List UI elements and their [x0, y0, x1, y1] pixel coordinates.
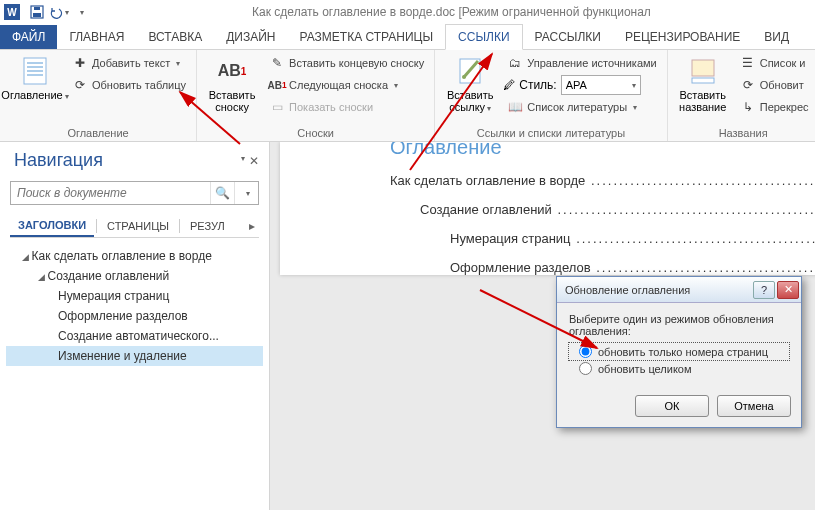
tab-file[interactable]: ФАЙЛ: [0, 25, 57, 49]
toc-line-2[interactable]: Создание оглавлений: [390, 202, 815, 217]
update-captions-button[interactable]: ⟳ Обновит: [736, 75, 813, 95]
next-footnote-button[interactable]: AB1 Следующая сноска▾: [265, 75, 428, 95]
nav-options-caret[interactable]: ▾: [241, 154, 245, 168]
group-toc: Оглавление▾ ✚ Добавить текст▾ ⟳ Обновить…: [0, 50, 197, 141]
bibliography-button[interactable]: 📖 Список литературы▾: [503, 97, 660, 117]
nav-item-izmenenie[interactable]: Изменение и удаление: [6, 346, 263, 366]
search-input[interactable]: [11, 182, 210, 204]
insert-citation-button[interactable]: Вставить ссылку▾: [441, 53, 499, 116]
nav-item-sozdanie[interactable]: Создание оглавлений: [6, 266, 263, 286]
show-notes-button[interactable]: ▭ Показать сноски: [265, 97, 428, 117]
nav-item-root[interactable]: Как сделать оглавление в ворде: [6, 246, 263, 266]
svg-rect-11: [692, 78, 714, 83]
show-notes-icon: ▭: [269, 99, 285, 115]
update-table-button[interactable]: ⟳ Обновить таблицу: [68, 75, 190, 95]
add-text-icon: ✚: [72, 55, 88, 71]
tab-design[interactable]: ДИЗАЙН: [214, 25, 287, 49]
search-button[interactable]: 🔍: [210, 182, 234, 204]
window-title: Как сделать оглавление в ворде.doc [Режи…: [92, 5, 811, 19]
endnote-icon: ✎: [269, 55, 285, 71]
ribbon: Оглавление▾ ✚ Добавить текст▾ ⟳ Обновить…: [0, 50, 815, 142]
svg-rect-1: [33, 13, 41, 17]
group-toc-label: Оглавление: [6, 125, 190, 141]
citation-icon: [454, 55, 486, 87]
doc-heading-oglavlenie: Оглавление: [390, 142, 815, 159]
group-captions: Вставить название ☰ Список и ⟳ Обновит ↳…: [668, 50, 815, 141]
nav-tab-results[interactable]: РЕЗУЛ: [182, 216, 233, 236]
dialog-titlebar[interactable]: Обновление оглавления ? ✕: [557, 277, 801, 303]
list-icon: ☰: [740, 55, 756, 71]
tab-mailings[interactable]: РАССЫЛКИ: [523, 25, 613, 49]
tab-insert[interactable]: ВСТАВКА: [136, 25, 214, 49]
toc-icon: [19, 55, 51, 87]
footnote-icon: AB1: [216, 55, 248, 87]
add-text-button[interactable]: ✚ Добавить текст▾: [68, 53, 190, 73]
nav-search: 🔍 ▾: [10, 181, 259, 205]
dialog-ok-button[interactable]: ОК: [635, 395, 709, 417]
title-bar: W ▾ ▾ Как сделать оглавление в ворде.doc…: [0, 0, 815, 24]
citation-style-select[interactable]: APA▾: [561, 75, 641, 95]
toc-line-1[interactable]: Как сделать оглавление в ворде: [390, 173, 815, 188]
save-button[interactable]: [26, 1, 48, 23]
navigation-pane: Навигация ▾ ✕ 🔍 ▾ ЗАГОЛОВКИ СТРАНИЦЫ РЕЗ…: [0, 142, 270, 510]
nav-close-button[interactable]: ✕: [249, 154, 259, 168]
sources-icon: 🗂: [507, 55, 523, 71]
nav-item-oformlenie[interactable]: Оформление разделов: [6, 306, 263, 326]
svg-point-9: [462, 75, 466, 79]
ribbon-tabs: ФАЙЛ ГЛАВНАЯ ВСТАВКА ДИЗАЙН РАЗМЕТКА СТР…: [0, 24, 815, 50]
tab-home[interactable]: ГЛАВНАЯ: [57, 25, 136, 49]
tab-review[interactable]: РЕЦЕНЗИРОВАНИЕ: [613, 25, 752, 49]
svg-rect-10: [692, 60, 714, 76]
undo-dropdown-caret[interactable]: ▾: [65, 8, 69, 17]
update-toc-dialog: Обновление оглавления ? ✕ Выберите один …: [556, 276, 802, 428]
search-options-button[interactable]: ▾: [234, 182, 258, 204]
update-icon: ⟳: [740, 77, 756, 93]
list-figures-button[interactable]: ☰ Список и: [736, 53, 813, 73]
next-footnote-icon: AB1: [269, 77, 285, 93]
radio-opt2-input[interactable]: [579, 362, 592, 375]
radio-opt1-input[interactable]: [579, 345, 592, 358]
toc-line-4[interactable]: Оформление разделов: [390, 260, 815, 275]
qat-customize-button[interactable]: ▾: [70, 1, 92, 23]
document-page[interactable]: Оглавление Как сделать оглавление в ворд…: [280, 142, 815, 275]
insert-endnote-button[interactable]: ✎ Вставить концевую сноску: [265, 53, 428, 73]
group-footnotes: AB1 Вставить сноску ✎ Вставить концевую …: [197, 50, 435, 141]
nav-tab-headings[interactable]: ЗАГОЛОВКИ: [10, 215, 94, 237]
crossref-icon: ↳: [740, 99, 756, 115]
tab-page-layout[interactable]: РАЗМЕТКА СТРАНИЦЫ: [288, 25, 446, 49]
toc-button[interactable]: Оглавление▾: [6, 53, 64, 104]
nav-tab-pages[interactable]: СТРАНИЦЫ: [99, 216, 177, 236]
radio-update-entire[interactable]: обновить целиком: [569, 360, 789, 377]
nav-tree: Как сделать оглавление в ворде Создание …: [0, 238, 269, 374]
undo-button[interactable]: ▾: [48, 1, 70, 23]
insert-caption-button[interactable]: Вставить название: [674, 53, 732, 115]
style-label: Стиль:: [519, 78, 556, 92]
insert-footnote-button[interactable]: AB1 Вставить сноску: [203, 53, 261, 115]
dialog-title: Обновление оглавления: [565, 284, 751, 296]
nav-title: Навигация: [14, 150, 103, 171]
group-captions-label: Названия: [674, 125, 813, 141]
group-footnotes-label: Сноски: [203, 125, 428, 141]
style-icon: 🖉: [503, 78, 515, 92]
toc-line-3[interactable]: Нумерация страниц: [390, 231, 815, 246]
word-app-icon: W: [4, 4, 20, 20]
dialog-cancel-button[interactable]: Отмена: [717, 395, 791, 417]
nav-tab-scroll-right[interactable]: ▸: [245, 219, 259, 233]
group-citations-label: Ссылки и списки литературы: [441, 125, 660, 141]
radio-update-page-numbers[interactable]: обновить только номера страниц: [569, 343, 789, 360]
caption-icon: [687, 55, 719, 87]
group-citations: Вставить ссылку▾ 🗂 Управление источникам…: [435, 50, 667, 141]
cross-reference-button[interactable]: ↳ Перекрес: [736, 97, 813, 117]
dialog-close-button[interactable]: ✕: [777, 281, 799, 299]
tab-references[interactable]: ССЫЛКИ: [445, 24, 522, 50]
nav-item-numeraciya[interactable]: Нумерация страниц: [6, 286, 263, 306]
dialog-help-button[interactable]: ?: [753, 281, 775, 299]
dialog-prompt: Выберите один из режимов обновления огла…: [569, 313, 789, 337]
svg-rect-2: [34, 7, 40, 10]
update-table-icon: ⟳: [72, 77, 88, 93]
bibliography-icon: 📖: [507, 99, 523, 115]
manage-sources-button[interactable]: 🗂 Управление источниками: [503, 53, 660, 73]
nav-item-sozdanie-auto[interactable]: Создание автоматического...: [6, 326, 263, 346]
tab-view[interactable]: ВИД: [752, 25, 801, 49]
